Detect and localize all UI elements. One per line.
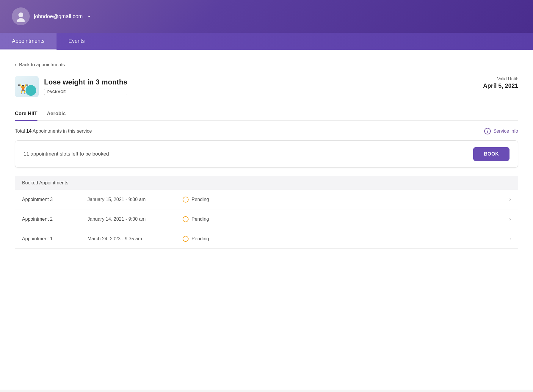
booked-section: Booked Appointments Appointment 3 Januar… bbox=[15, 176, 518, 249]
service-tab-aerobic[interactable]: Aerobic bbox=[47, 108, 66, 120]
package-image: 🏋️ bbox=[15, 76, 39, 97]
appt-status-2: Pending bbox=[183, 216, 509, 222]
appt-date-3: January 15, 2021 - 9:00 am bbox=[87, 197, 183, 202]
header: johndoe@gmail.com ▾ bbox=[0, 0, 533, 33]
back-link[interactable]: ‹ Back to appointments bbox=[15, 62, 518, 68]
valid-until-label: Valid Until: bbox=[483, 76, 518, 81]
chevron-right-icon-3: › bbox=[509, 196, 511, 203]
appt-name-3: Appointment 3 bbox=[22, 197, 87, 202]
pending-circle-icon-1 bbox=[183, 236, 189, 242]
stats-total: 14 bbox=[26, 128, 32, 134]
svg-point-1 bbox=[17, 18, 25, 22]
user-menu[interactable]: johndoe@gmail.com ▾ bbox=[12, 7, 90, 25]
package-info: Lose weight in 3 months PACKAGE bbox=[44, 78, 127, 95]
stats-before: Total bbox=[15, 128, 26, 134]
appointment-row[interactable]: Appointment 1 March 24, 2023 - 9:35 am P… bbox=[15, 229, 518, 249]
package-title: Lose weight in 3 months bbox=[44, 78, 127, 86]
service-info-link[interactable]: i Service info bbox=[484, 128, 518, 134]
info-icon: i bbox=[484, 128, 491, 134]
stats-row: Total 14 Appointments in this service i … bbox=[15, 128, 518, 134]
valid-until: Valid Until: April 5, 2021 bbox=[483, 76, 518, 89]
package-left: 🏋️ Lose weight in 3 months PACKAGE bbox=[15, 76, 127, 97]
chevron-right-icon-2: › bbox=[509, 216, 511, 222]
package-badge: PACKAGE bbox=[44, 89, 127, 95]
valid-until-date: April 5, 2021 bbox=[483, 82, 518, 89]
appointment-row[interactable]: Appointment 3 January 15, 2021 - 9:00 am… bbox=[15, 190, 518, 209]
package-circle-decoration bbox=[26, 85, 36, 96]
tab-appointments[interactable]: Appointments bbox=[0, 33, 57, 50]
appt-status-label-1: Pending bbox=[192, 236, 209, 242]
chevron-left-icon: ‹ bbox=[15, 62, 17, 68]
appt-name-1: Appointment 1 bbox=[22, 236, 87, 242]
pending-circle-icon-2 bbox=[183, 216, 189, 222]
svg-point-0 bbox=[18, 12, 23, 17]
book-button[interactable]: BOOK bbox=[473, 147, 510, 161]
stats-after: Appointments in this service bbox=[33, 128, 92, 134]
appointment-row[interactable]: Appointment 2 January 14, 2021 - 9:00 am… bbox=[15, 209, 518, 229]
user-email: johndoe@gmail.com bbox=[34, 13, 83, 20]
appt-status-label-2: Pending bbox=[192, 217, 209, 222]
appt-status-1: Pending bbox=[183, 236, 509, 242]
appt-status-3: Pending bbox=[183, 197, 509, 203]
appt-date-2: January 14, 2021 - 9:00 am bbox=[87, 217, 183, 222]
avatar bbox=[12, 7, 30, 25]
chevron-down-icon: ▾ bbox=[88, 14, 90, 19]
nav-tabs: Appointments Events bbox=[0, 33, 533, 50]
tab-events[interactable]: Events bbox=[57, 33, 97, 50]
booked-header: Booked Appointments bbox=[15, 176, 518, 190]
service-tabs: Core HIIT Aerobic bbox=[15, 108, 518, 121]
slots-text: 11 appointment slots left to be booked bbox=[23, 151, 109, 157]
appt-date-1: March 24, 2023 - 9:35 am bbox=[87, 236, 183, 242]
stats-text: Total 14 Appointments in this service bbox=[15, 128, 92, 134]
back-label: Back to appointments bbox=[19, 62, 65, 68]
package-header: 🏋️ Lose weight in 3 months PACKAGE Valid… bbox=[15, 76, 518, 97]
pending-circle-icon-3 bbox=[183, 197, 189, 203]
chevron-right-icon-1: › bbox=[509, 236, 511, 242]
appt-name-2: Appointment 2 bbox=[22, 217, 87, 222]
service-info-label: Service info bbox=[493, 128, 518, 134]
booking-card: 11 appointment slots left to be booked B… bbox=[15, 140, 518, 168]
appt-status-label-3: Pending bbox=[192, 197, 209, 202]
main-content: ‹ Back to appointments 🏋️ Lose weight in… bbox=[0, 50, 533, 390]
service-tab-core-hiit[interactable]: Core HIIT bbox=[15, 108, 37, 120]
